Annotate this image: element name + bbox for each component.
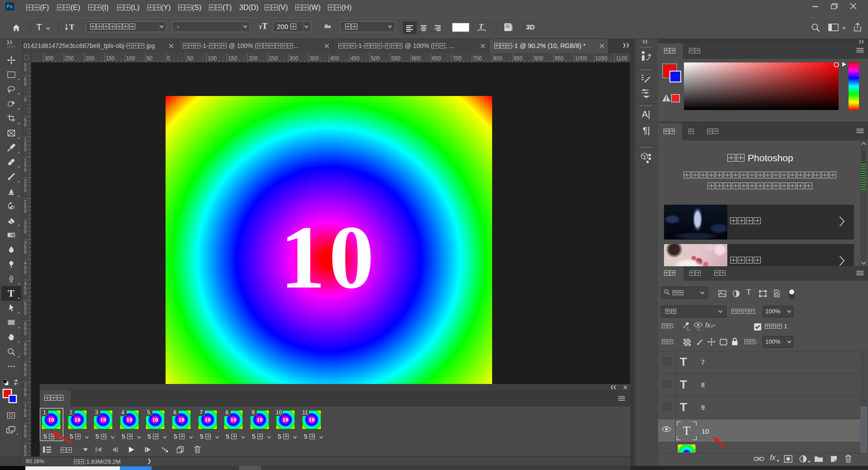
svg-text:T: T: [479, 23, 484, 30]
svg-text:T: T: [69, 23, 75, 31]
